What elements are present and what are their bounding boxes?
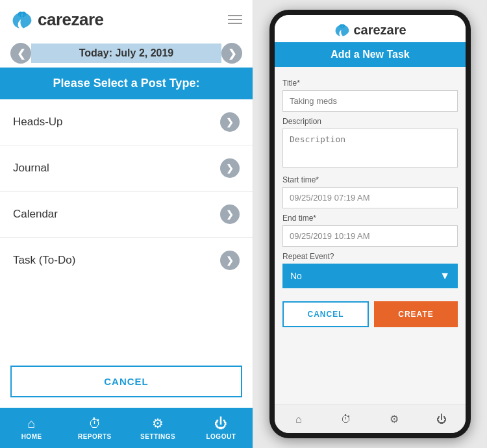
repeat-select-arrow-icon: ▼ <box>440 270 450 282</box>
phone-nav-home[interactable]: ⌂ <box>275 405 323 433</box>
phone-form-buttons: CANCEL CREATE <box>282 301 458 332</box>
description-input[interactable] <box>282 129 458 168</box>
heads-up-arrow-icon: ❯ <box>220 112 240 132</box>
hamburger-icon[interactable] <box>228 15 242 24</box>
phone-title-bar: Add a New Task <box>275 42 466 67</box>
home-icon: ⌂ <box>28 416 36 431</box>
phone-home-icon: ⌂ <box>295 414 302 425</box>
calendar-arrow-icon: ❯ <box>220 205 240 224</box>
phone-form: Title* Description Start time* End time*… <box>275 67 466 404</box>
start-time-label: Start time* <box>282 175 458 184</box>
phone-screen: carezare Add a New Task Title* Descripti… <box>275 15 466 433</box>
phone-logo-icon <box>334 21 351 38</box>
next-date-button[interactable]: ❯ <box>221 43 242 64</box>
left-bottom-nav: ⌂ HOME ⏱ REPORTS ⚙ SETTINGS ⏻ LOGOUT <box>0 408 253 448</box>
nav-logout[interactable]: ⏻ LOGOUT <box>190 408 253 448</box>
journal-arrow-icon: ❯ <box>220 158 240 178</box>
task-label: Task (To-Do) <box>13 254 75 267</box>
left-panel: carezare ❮ Today: July 2, 2019 ❯ Please … <box>0 0 253 448</box>
phone-bottom-nav: ⌂ ⏱ ⚙ ⏻ <box>275 404 466 433</box>
nav-settings[interactable]: ⚙ SETTINGS <box>127 408 190 448</box>
phone-reports-icon: ⏱ <box>341 414 351 425</box>
left-header: carezare <box>0 0 253 39</box>
phone-mockup: carezare Add a New Task Title* Descripti… <box>269 10 471 438</box>
logo-area: carezare <box>10 8 104 31</box>
nav-reports[interactable]: ⏱ REPORTS <box>63 408 126 448</box>
phone-logout-icon: ⏻ <box>436 414 447 425</box>
repeat-event-label: Repeat Event? <box>282 252 458 261</box>
logout-icon: ⏻ <box>214 416 227 431</box>
prev-date-button[interactable]: ❮ <box>10 43 31 64</box>
settings-icon: ⚙ <box>152 416 164 431</box>
phone-header: carezare <box>275 15 466 42</box>
logo-icon <box>10 8 34 31</box>
heads-up-label: Heads-Up <box>13 116 63 129</box>
task-arrow-icon: ❯ <box>220 251 240 270</box>
title-field-label: Title* <box>282 79 458 88</box>
phone-nav-settings[interactable]: ⚙ <box>370 405 418 433</box>
post-type-list: Heads-Up ❯ Journal ❯ Calendar ❯ Task (To… <box>0 99 253 355</box>
end-time-label: End time* <box>282 214 458 223</box>
cancel-button[interactable]: CANCEL <box>10 366 242 397</box>
end-time-input[interactable] <box>282 225 458 247</box>
post-type-header: Please Select a Post Type: <box>0 68 253 99</box>
journal-label: Journal <box>13 162 49 175</box>
title-input[interactable] <box>282 90 458 112</box>
phone-cancel-button[interactable]: CANCEL <box>282 301 369 327</box>
list-item[interactable]: Task (To-Do) ❯ <box>0 238 253 283</box>
logout-label: LOGOUT <box>206 433 236 440</box>
phone-logo-text: carezare <box>353 23 406 38</box>
settings-label: SETTINGS <box>140 433 175 440</box>
list-item[interactable]: Calendar ❯ <box>0 192 253 238</box>
date-display: Today: July 2, 2019 <box>31 44 221 63</box>
phone-nav-logout[interactable]: ⏻ <box>418 405 466 433</box>
calendar-label: Calendar <box>13 208 58 221</box>
reports-label: REPORTS <box>78 433 112 440</box>
list-item[interactable]: Journal ❯ <box>0 145 253 192</box>
phone-nav-reports[interactable]: ⏱ <box>323 405 371 433</box>
home-label: HOME <box>21 433 42 440</box>
left-logo-text: carezare <box>38 10 104 30</box>
repeat-select-value: No <box>290 271 302 281</box>
start-time-input[interactable] <box>282 187 458 208</box>
date-nav: ❮ Today: July 2, 2019 ❯ <box>10 43 242 64</box>
list-item[interactable]: Heads-Up ❯ <box>0 99 253 145</box>
phone-create-button[interactable]: CREATE <box>374 301 458 327</box>
spacer <box>282 288 458 293</box>
nav-home[interactable]: ⌂ HOME <box>0 408 63 448</box>
repeat-event-select[interactable]: No ▼ <box>282 264 458 288</box>
right-panel: carezare Add a New Task Title* Descripti… <box>253 0 487 448</box>
reports-icon: ⏱ <box>88 416 101 431</box>
phone-settings-icon: ⚙ <box>390 413 399 425</box>
description-field-label: Description <box>282 117 458 126</box>
